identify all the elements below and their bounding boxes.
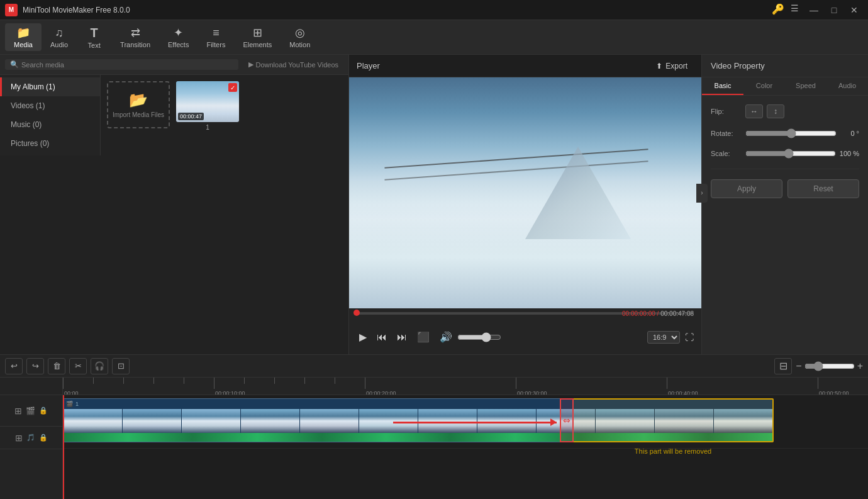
rotate-value: 0 ° <box>840 130 859 137</box>
property-title: Video Property <box>711 61 765 70</box>
player-panel: Player ⬆ Export › <box>349 55 701 354</box>
flip-controls: ↔ ↕ <box>745 104 859 118</box>
download-youtube-button[interactable]: ▶ Download YouTube Videos <box>243 59 344 70</box>
audio-detach-button[interactable]: 🎧 <box>91 358 108 374</box>
audio-lock-button[interactable]: 🔒 <box>39 434 48 442</box>
delete-button[interactable]: 🗑 <box>48 358 65 374</box>
sidebar-item-videos[interactable]: Videos (1) <box>0 96 100 115</box>
sidebar-item-pictures[interactable]: Pictures (0) <box>0 134 100 153</box>
maximize-button[interactable]: □ <box>825 3 843 17</box>
minimize-button[interactable]: — <box>805 3 823 17</box>
aspect-ratio-selector[interactable]: 16:9 <box>647 331 680 344</box>
library-sidebar: My Album (1) Videos (1) Music (0) Pictur… <box>0 75 349 155</box>
flip-horizontal-button[interactable]: ↔ <box>745 104 763 118</box>
text-label: Text <box>88 42 101 49</box>
clip-filmstrip-icon: 🎬 <box>66 401 73 407</box>
ruler-tick <box>63 378 64 389</box>
video-preview <box>349 77 701 308</box>
toolbar-transition[interactable]: ⇄ Transition <box>111 23 159 51</box>
transition-icon: ⇄ <box>131 26 140 40</box>
ruler-minor-tick <box>153 378 154 384</box>
timeline-toolbar: ↩ ↪ 🗑 ✂ 🎧 ⊡ ⊟ − + <box>0 355 868 378</box>
hamburger-icon[interactable]: ☰ <box>791 3 799 17</box>
prop-tab-basic[interactable]: Basic <box>702 77 743 95</box>
close-button[interactable]: ✕ <box>845 3 863 17</box>
apply-button[interactable]: Apply <box>711 179 782 198</box>
add-audio-icon[interactable]: ⊞ <box>15 433 23 443</box>
progress-bar[interactable]: 00:00:00:00 / 00:00:47:08 <box>357 312 694 315</box>
toolbar-motion[interactable]: ◎ Motion <box>281 23 319 51</box>
skip-forward-button[interactable]: ⏭ <box>394 330 409 344</box>
property-tabs: Basic Color Speed Audio <box>702 77 868 96</box>
prop-tab-color[interactable]: Color <box>743 77 785 95</box>
sidebar-item-music[interactable]: Music (0) <box>0 115 100 134</box>
selected-region: This part will be removed <box>572 398 774 442</box>
arrow-head <box>550 418 557 426</box>
ruler-spacer <box>0 378 62 395</box>
stop-button[interactable]: ⬛ <box>415 330 432 344</box>
app-title: MiniTool MovieMaker Free 8.0.0 <box>23 6 772 14</box>
split-cursor[interactable]: ⇔ <box>560 398 574 442</box>
prop-tab-speed[interactable]: Speed <box>785 77 826 95</box>
toolbar-effects[interactable]: ✦ Effects <box>159 23 198 51</box>
time-right: 00:00:00:00 / 00:00:47:08 <box>622 310 694 317</box>
titlebar: M MiniTool MovieMaker Free 8.0.0 🔑 ☰ — □… <box>0 0 868 20</box>
toolbar-audio[interactable]: ♫ Audio <box>42 24 77 51</box>
remove-label: This part will be removed <box>635 447 711 455</box>
timeline-ruler[interactable]: 00:00 00:00:10:00 00:00:20:00 00:00:30:0… <box>63 378 868 395</box>
import-media-button[interactable]: 📂 Import Media Files <box>107 81 170 128</box>
search-media-area[interactable]: 🔍 Search media <box>5 59 238 70</box>
clip-frame <box>359 409 418 433</box>
skip-back-button[interactable]: ⏮ <box>374 330 389 344</box>
prop-tab-audio[interactable]: Audio <box>826 77 868 95</box>
zoom-slider[interactable] <box>804 361 855 371</box>
zoom-out-button[interactable]: − <box>796 361 801 372</box>
total-time: 00:00:47:08 <box>660 310 694 317</box>
progress-handle[interactable] <box>353 310 360 316</box>
key-icon[interactable]: 🔑 <box>772 3 784 17</box>
toolbar-media[interactable]: 📁 Media <box>5 23 42 51</box>
split-arrow <box>393 422 557 423</box>
sidebar-item-my-album[interactable]: My Album (1) <box>0 77 100 96</box>
cut-button[interactable]: ✂ <box>69 358 87 374</box>
media-content: 📂 Import Media Files 00:00:47 ✓ 1 <box>101 75 349 155</box>
fullscreen-button[interactable]: ⛶ <box>685 332 694 342</box>
video-area: › <box>349 77 701 308</box>
toolbar-elements[interactable]: ⊞ Elements <box>234 23 281 51</box>
scale-slider[interactable] <box>745 149 836 159</box>
flip-vertical-button[interactable]: ↕ <box>767 104 784 118</box>
volume-icon[interactable]: 🔊 <box>437 330 455 344</box>
audio-icon: ♫ <box>55 26 64 40</box>
search-placeholder: Search media <box>21 61 64 69</box>
crop-button[interactable]: ⊡ <box>112 358 130 374</box>
audio-label: Audio <box>50 41 68 48</box>
zoom-in-button[interactable]: + <box>857 361 863 372</box>
toolbar-text[interactable]: T Text <box>77 23 111 52</box>
audio-track-row <box>63 449 868 471</box>
toolbar-filters[interactable]: ≡ Filters <box>198 24 234 51</box>
clip-label: 1 <box>75 401 79 407</box>
video-track-header: ⊞ 🎬 🔒 <box>0 395 62 427</box>
clip-frame <box>182 409 241 433</box>
volume-slider[interactable] <box>457 332 501 342</box>
undo-button[interactable]: ↩ <box>5 358 23 374</box>
ruler-mark-10: 00:00:10:00 <box>214 378 245 395</box>
play-button[interactable]: ▶ <box>357 330 369 344</box>
reset-button[interactable]: Reset <box>787 179 859 198</box>
folder-icon: 📂 <box>129 91 148 109</box>
ruler-minor-tick <box>184 378 184 384</box>
panel-toggle-button[interactable]: › <box>696 184 708 203</box>
split-tracks-button[interactable]: ⊟ <box>774 358 792 374</box>
video-lock-button[interactable]: 🔒 <box>39 406 48 415</box>
redo-button[interactable]: ↪ <box>26 358 44 374</box>
youtube-icon: ▶ <box>248 60 253 69</box>
media-thumbnail-1[interactable]: 00:00:47 ✓ 1 <box>176 81 239 131</box>
split-icon: ⇔ <box>563 415 570 425</box>
export-label: Export <box>665 62 687 70</box>
rotate-row: Rotate: 0 ° <box>711 128 859 138</box>
effects-icon: ✦ <box>174 26 183 40</box>
ruler-mark-20: 00:00:20:00 <box>365 378 396 395</box>
add-video-icon[interactable]: ⊞ <box>14 406 22 416</box>
export-button[interactable]: ⬆ Export <box>650 59 694 73</box>
rotate-slider[interactable] <box>745 128 837 138</box>
